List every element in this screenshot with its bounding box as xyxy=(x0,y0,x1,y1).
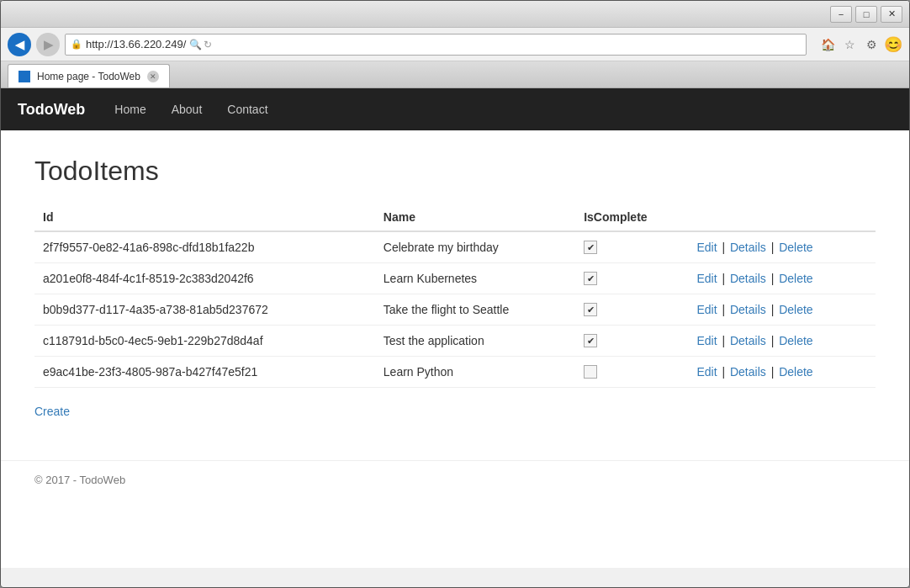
table-row: b0b9d377-d117-4a35-a738-81ab5d237672Take… xyxy=(34,294,876,326)
cell-name: Test the application xyxy=(375,326,575,357)
cell-actions: Edit | Details | Delete xyxy=(688,231,876,263)
details-link[interactable]: Details xyxy=(730,334,766,347)
main-container: TodoItems Id Name IsComplete 2f7f9557-0e… xyxy=(1,130,909,443)
checkbox-display xyxy=(584,241,597,254)
sep2: | xyxy=(768,334,777,347)
window-controls: − □ ✕ xyxy=(830,6,902,23)
edit-link[interactable]: Edit xyxy=(696,303,717,316)
checkbox-display xyxy=(584,303,597,316)
favorites-icon[interactable]: ☆ xyxy=(840,35,859,54)
edit-link[interactable]: Edit xyxy=(696,272,717,285)
delete-link[interactable]: Delete xyxy=(779,303,812,316)
maximize-button[interactable]: □ xyxy=(855,6,877,23)
page-footer: © 2017 - TodoWeb xyxy=(1,460,909,499)
create-link[interactable]: Create xyxy=(34,405,70,418)
table-row: a201e0f8-484f-4c1f-8519-2c383d2042f6Lear… xyxy=(34,263,876,294)
sep1: | xyxy=(719,365,728,379)
sep2: | xyxy=(768,272,777,285)
url-icon: 🔒 xyxy=(71,39,82,50)
sep1: | xyxy=(719,334,728,347)
back-button[interactable]: ◀ xyxy=(8,33,31,56)
cell-actions: Edit | Details | Delete xyxy=(688,263,876,294)
footer-text: © 2017 - TodoWeb xyxy=(34,474,125,486)
tab-close-button[interactable]: ✕ xyxy=(147,71,159,82)
delete-link[interactable]: Delete xyxy=(779,334,812,347)
col-iscomplete: IsComplete xyxy=(575,204,688,231)
address-bar: ◀ ▶ 🔒 http://13.66.220.249/ 🔍 ↻ 🏠 ☆ ⚙ 😊 xyxy=(1,28,909,61)
table-row: e9ac41be-23f3-4805-987a-b427f47e5f21Lear… xyxy=(34,357,876,388)
smiley-icon[interactable]: 😊 xyxy=(884,35,902,54)
cell-name: Take the flight to Seattle xyxy=(375,294,575,326)
cell-iscomplete xyxy=(575,326,688,357)
delete-link[interactable]: Delete xyxy=(779,241,812,254)
cell-id: a201e0f8-484f-4c1f-8519-2c383d2042f6 xyxy=(34,263,375,294)
details-link[interactable]: Details xyxy=(730,241,766,254)
active-tab[interactable]: Home page - TodoWeb ✕ xyxy=(8,64,170,87)
todo-table: Id Name IsComplete 2f7f9557-0e82-41a6-89… xyxy=(34,204,876,388)
minimize-button[interactable]: − xyxy=(830,6,852,23)
sep2: | xyxy=(768,241,777,254)
toolbar-icons: 🏠 ☆ ⚙ 😊 xyxy=(818,35,902,54)
col-actions xyxy=(688,204,876,231)
details-link[interactable]: Details xyxy=(730,303,766,316)
sep1: | xyxy=(719,272,728,285)
home-icon[interactable]: 🏠 xyxy=(818,35,837,54)
cell-id: c118791d-b5c0-4ec5-9eb1-229b27d8d4af xyxy=(34,326,375,357)
title-bar: − □ ✕ xyxy=(1,1,909,28)
tab-favicon xyxy=(19,71,30,82)
nav-link-contact[interactable]: Contact xyxy=(214,88,280,130)
cell-name: Learn Python xyxy=(375,357,575,388)
page-content: TodoWeb Home About Contact TodoItems Id … xyxy=(1,88,909,568)
cell-iscomplete xyxy=(575,263,688,294)
cell-id: b0b9d377-d117-4a35-a738-81ab5d237672 xyxy=(34,294,375,326)
col-id: Id xyxy=(34,204,375,231)
table-row: 2f7f9557-0e82-41a6-898c-dfd18b1fa22bCele… xyxy=(34,231,876,263)
sep1: | xyxy=(719,241,728,254)
cell-actions: Edit | Details | Delete xyxy=(688,294,876,326)
edit-link[interactable]: Edit xyxy=(696,365,717,379)
close-button[interactable]: ✕ xyxy=(881,6,902,23)
checkbox-display xyxy=(584,334,597,347)
page-title: TodoItems xyxy=(34,156,876,187)
url-text: http://13.66.220.249/ xyxy=(86,38,186,50)
table-header: Id Name IsComplete xyxy=(34,204,876,231)
cell-iscomplete xyxy=(575,231,688,263)
cell-iscomplete xyxy=(575,294,688,326)
tab-bar: Home page - TodoWeb ✕ xyxy=(1,61,909,88)
navbar-brand[interactable]: TodoWeb xyxy=(18,101,85,119)
browser-window: − □ ✕ ◀ ▶ 🔒 http://13.66.220.249/ 🔍 ↻ 🏠 … xyxy=(0,0,910,588)
todo-tbody: 2f7f9557-0e82-41a6-898c-dfd18b1fa22bCele… xyxy=(34,231,876,388)
edit-link[interactable]: Edit xyxy=(696,334,717,347)
tab-title: Home page - TodoWeb xyxy=(37,71,140,82)
search-icon: 🔍 xyxy=(189,39,202,50)
navbar-nav: Home About Contact xyxy=(102,88,280,130)
url-bar[interactable]: 🔒 http://13.66.220.249/ 🔍 ↻ xyxy=(65,34,807,56)
cell-name: Celebrate my birthday xyxy=(375,231,575,263)
sep2: | xyxy=(768,303,777,316)
cell-id: 2f7f9557-0e82-41a6-898c-dfd18b1fa22b xyxy=(34,231,375,263)
settings-icon[interactable]: ⚙ xyxy=(862,35,881,54)
col-name: Name xyxy=(375,204,575,231)
cell-actions: Edit | Details | Delete xyxy=(688,357,876,388)
nav-link-home[interactable]: Home xyxy=(102,88,158,130)
cell-name: Learn Kubernetes xyxy=(375,263,575,294)
details-link[interactable]: Details xyxy=(730,272,766,285)
refresh-icon: ↻ xyxy=(204,39,212,50)
edit-link[interactable]: Edit xyxy=(696,241,717,254)
delete-link[interactable]: Delete xyxy=(779,272,812,285)
navbar: TodoWeb Home About Contact xyxy=(1,88,909,130)
checkbox-display xyxy=(584,365,597,379)
cell-iscomplete xyxy=(575,357,688,388)
nav-link-about[interactable]: About xyxy=(159,88,215,130)
forward-button[interactable]: ▶ xyxy=(36,33,60,56)
details-link[interactable]: Details xyxy=(730,365,766,379)
sep2: | xyxy=(768,365,777,379)
table-row: c118791d-b5c0-4ec5-9eb1-229b27d8d4afTest… xyxy=(34,326,876,357)
cell-actions: Edit | Details | Delete xyxy=(688,326,876,357)
delete-link[interactable]: Delete xyxy=(779,365,812,379)
cell-id: e9ac41be-23f3-4805-987a-b427f47e5f21 xyxy=(34,357,375,388)
sep1: | xyxy=(719,303,728,316)
checkbox-display xyxy=(584,272,597,285)
